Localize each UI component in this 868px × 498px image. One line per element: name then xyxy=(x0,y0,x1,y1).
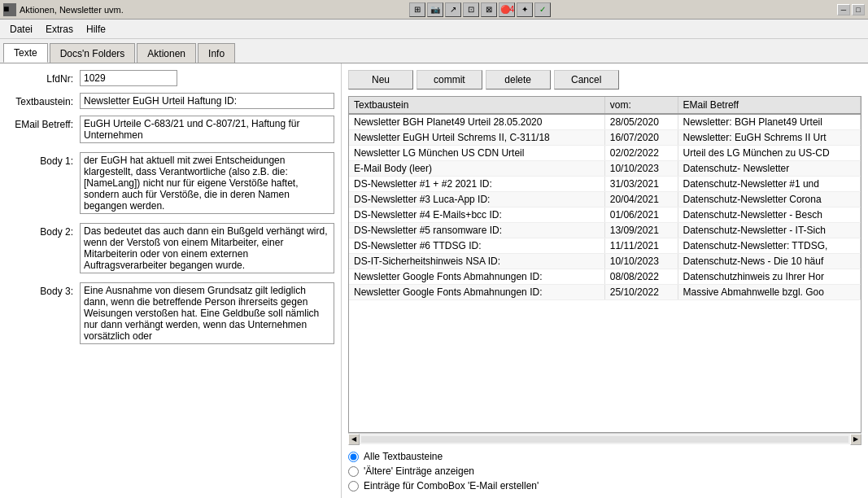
radio-combobox[interactable]: Einträge für ComboBox 'E-Mail erstellen' xyxy=(348,480,861,491)
radio-aeltere[interactable]: 'Ältere' Einträge anzeigen xyxy=(348,465,861,477)
lfdnr-row: LfdNr: xyxy=(7,70,334,86)
table-row[interactable]: Newsletter EuGH Urteil Schrems II, C-311… xyxy=(349,130,861,146)
cell-textbaustein: Newsletter LG München US CDN Urteil xyxy=(349,146,604,161)
action-buttons: Neu commit delete Cancel xyxy=(348,70,861,90)
lfdnr-control xyxy=(80,70,334,86)
radio-aeltere-input[interactable] xyxy=(348,466,359,477)
body1-textarea[interactable]: der EuGH hat aktuell mit zwei Entscheidu… xyxy=(80,152,334,214)
email-betreff-label: EMail Betreff: xyxy=(7,116,80,130)
email-betreff-textarea[interactable]: EuGH Urteile C-683/21 und C-807/21, Haft… xyxy=(80,116,334,143)
maximize-button[interactable]: □ xyxy=(852,4,865,15)
table-row[interactable]: Newsletter LG München US CDN Urteil 02/0… xyxy=(349,146,861,161)
email-betreff-control: EuGH Urteile C-683/21 und C-807/21, Haft… xyxy=(80,116,334,146)
col-email: EMail Betreff xyxy=(678,97,860,114)
hscroll-bar: ◀ ▶ xyxy=(348,433,861,444)
body2-control: Das bedeutet das auch dann ein Bußgeld v… xyxy=(80,223,334,276)
commit-button[interactable]: commit xyxy=(417,70,482,90)
toolbar-btn-record[interactable]: 🔴4 xyxy=(499,2,515,17)
textbaustein-label: Textbaustein: xyxy=(7,93,80,107)
cell-vom: 08/08/2022 xyxy=(604,269,678,285)
body2-textarea[interactable]: Das bedeutet das auch dann ein Bußgeld v… xyxy=(80,223,334,273)
radio-alle-input[interactable] xyxy=(348,452,359,462)
minimize-button[interactable]: ─ xyxy=(837,4,850,15)
table-row[interactable]: DS-Newsletter #4 E-Mails+bcc ID: 01/06/2… xyxy=(349,208,861,223)
tab-docs-folders[interactable]: Docs'n Folders xyxy=(50,43,136,63)
cell-vom: 10/10/2023 xyxy=(604,254,678,269)
textbaustein-row: Textbaustein: xyxy=(7,93,334,109)
col-vom: vom: xyxy=(604,97,678,114)
cell-email: Datenschutz- Newsletter xyxy=(678,161,860,177)
cell-vom: 02/02/2022 xyxy=(604,146,678,161)
table-row[interactable]: DS-IT-Sicherheitshinweis NSA ID: 10/10/2… xyxy=(349,254,861,269)
radio-aeltere-label: 'Ältere' Einträge anzeigen xyxy=(364,465,474,477)
app-icon: ■ xyxy=(3,3,16,16)
neu-button[interactable]: Neu xyxy=(348,70,413,90)
cancel-button[interactable]: Cancel xyxy=(554,70,619,90)
cell-vom: 10/10/2023 xyxy=(604,161,678,177)
toolbar-btn-2[interactable]: 📷 xyxy=(427,2,443,17)
titlebar: ■ Aktionen, Newsletter uvm. ⊞ 📷 ↗ ⊡ ⊠ 🔴4… xyxy=(0,0,868,20)
cell-email: Datenschutz-Newsletter - Besch xyxy=(678,208,860,223)
table-row[interactable]: DS-Newsletter #1 + #2 2021 ID: 31/03/202… xyxy=(349,177,861,192)
tab-aktionen[interactable]: Aktionen xyxy=(137,43,196,63)
email-betreff-row: EMail Betreff: EuGH Urteile C-683/21 und… xyxy=(7,116,334,146)
textbaustein-input[interactable] xyxy=(80,93,334,109)
tab-texte[interactable]: Texte xyxy=(3,43,48,63)
cell-textbaustein: E-Mail Body (leer) xyxy=(349,161,604,177)
cell-vom: 31/03/2021 xyxy=(604,177,678,192)
cell-vom: 16/07/2020 xyxy=(604,130,678,146)
tabbar: Texte Docs'n Folders Aktionen Info xyxy=(0,39,868,63)
hscroll-track[interactable] xyxy=(361,436,848,443)
lfdnr-label: LfdNr: xyxy=(7,70,80,85)
window-controls: ─ □ xyxy=(837,4,865,15)
cell-vom: 01/06/2021 xyxy=(604,208,678,223)
cell-textbaustein: DS-Newsletter #1 + #2 2021 ID: xyxy=(349,177,604,192)
body1-control: der EuGH hat aktuell mit zwei Entscheidu… xyxy=(80,152,334,216)
scroll-left-button[interactable]: ◀ xyxy=(348,434,360,445)
tab-info[interactable]: Info xyxy=(198,43,235,63)
cell-email: Newsletter: BGH Planet49 Urteil xyxy=(678,114,860,130)
titlebar-title: Aktionen, Newsletter uvm. xyxy=(20,5,124,15)
menu-hilfe[interactable]: Hilfe xyxy=(80,22,112,37)
table-row[interactable]: DS-Newsletter #5 ransomware ID: 13/09/20… xyxy=(349,223,861,238)
main-content: LfdNr: Textbaustein: EMail Betreff: EuGH… xyxy=(0,63,868,498)
toolbar-btn-1[interactable]: ⊞ xyxy=(409,2,425,17)
toolbar-btn-4[interactable]: ⊡ xyxy=(463,2,479,17)
cell-textbaustein: Newsletter EuGH Urteil Schrems II, C-311… xyxy=(349,130,604,146)
table-row[interactable]: Newsletter BGH Planet49 Urteil 28.05.202… xyxy=(349,114,861,130)
table-row[interactable]: DS-Newsletter #3 Luca-App ID: 20/04/2021… xyxy=(349,192,861,208)
cell-vom: 11/11/2021 xyxy=(604,238,678,254)
radio-alle[interactable]: Alle Textbausteine xyxy=(348,451,861,462)
cell-email: Massive Abmahnwelle bzgl. Goo xyxy=(678,285,860,300)
menu-datei[interactable]: Datei xyxy=(3,22,39,37)
cell-email: Newsletter: EuGH Schrems II Urt xyxy=(678,130,860,146)
cell-textbaustein: DS-Newsletter #3 Luca-App ID: xyxy=(349,192,604,208)
body3-label: Body 3: xyxy=(7,282,80,297)
delete-button[interactable]: delete xyxy=(486,70,551,90)
cell-email: Urteil des LG München zu US-CD xyxy=(678,146,860,161)
cell-textbaustein: Newsletter Google Fonts Abmahnungen ID: xyxy=(349,285,604,300)
table-row[interactable]: E-Mail Body (leer) 10/10/2023 Datenschut… xyxy=(349,161,861,177)
body3-textarea[interactable]: Eine Ausnahme von diesem Grundsatz gilt … xyxy=(80,282,334,344)
lfdnr-input[interactable] xyxy=(80,70,177,86)
scroll-right-button[interactable]: ▶ xyxy=(850,434,861,445)
toolbar-btn-5[interactable]: ⊠ xyxy=(481,2,497,17)
toolbar-btn-star[interactable]: ✦ xyxy=(517,2,533,17)
table-row[interactable]: Newsletter Google Fonts Abmahnungen ID: … xyxy=(349,285,861,300)
table-row[interactable]: Newsletter Google Fonts Abmahnungen ID: … xyxy=(349,269,861,285)
cell-textbaustein: DS-IT-Sicherheitshinweis NSA ID: xyxy=(349,254,604,269)
data-table[interactable]: Textbaustein vom: EMail Betreff Newslett… xyxy=(348,96,861,433)
toolbar-btn-check[interactable]: ✓ xyxy=(534,2,551,17)
body1-row: Body 1: der EuGH hat aktuell mit zwei En… xyxy=(7,152,334,216)
cell-vom: 28/05/2020 xyxy=(604,114,678,130)
cell-vom: 25/10/2022 xyxy=(604,285,678,300)
menu-extras[interactable]: Extras xyxy=(39,22,80,37)
table-row[interactable]: DS-Newsletter #6 TTDSG ID: 11/11/2021 Da… xyxy=(349,238,861,254)
toolbar-btn-3[interactable]: ↗ xyxy=(445,2,461,17)
body2-label: Body 2: xyxy=(7,223,80,238)
radio-combobox-input[interactable] xyxy=(348,481,359,491)
cell-textbaustein: DS-Newsletter #5 ransomware ID: xyxy=(349,223,604,238)
right-panel: Neu commit delete Cancel Textbaustein vo… xyxy=(342,63,868,498)
body2-row: Body 2: Das bedeutet das auch dann ein B… xyxy=(7,223,334,276)
cell-email: Datenschutz-Newsletter Corona xyxy=(678,192,860,208)
